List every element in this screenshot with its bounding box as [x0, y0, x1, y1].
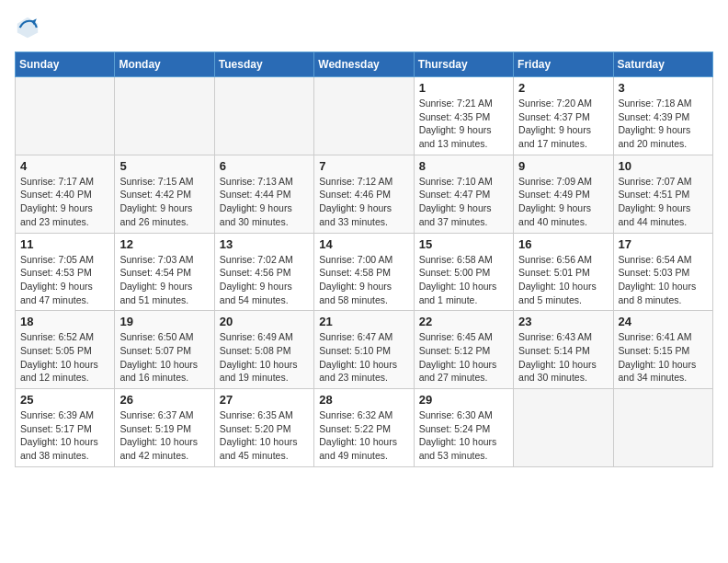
calendar-week-5: 25Sunrise: 6:39 AM Sunset: 5:17 PM Dayli…: [16, 389, 713, 467]
day-number: 25: [20, 393, 109, 407]
day-number: 29: [419, 393, 508, 407]
calendar-cell: 1Sunrise: 7:21 AM Sunset: 4:35 PM Daylig…: [414, 77, 513, 155]
calendar-cell: [314, 77, 414, 155]
calendar-week-1: 1Sunrise: 7:21 AM Sunset: 4:35 PM Daylig…: [16, 77, 713, 155]
day-number: 14: [319, 237, 408, 251]
calendar-cell: [115, 77, 214, 155]
day-number: 18: [20, 315, 109, 328]
day-number: 13: [220, 237, 309, 251]
weekday-header-thursday: Thursday: [414, 52, 513, 77]
weekday-header-tuesday: Tuesday: [214, 52, 313, 77]
day-info: Sunrise: 6:54 AM Sunset: 5:03 PM Dayligh…: [619, 253, 708, 307]
calendar-body: 1Sunrise: 7:21 AM Sunset: 4:35 PM Daylig…: [16, 77, 713, 467]
weekday-header-row: SundayMondayTuesdayWednesdayThursdayFrid…: [16, 52, 713, 77]
calendar-cell: 9Sunrise: 7:09 AM Sunset: 4:49 PM Daylig…: [514, 155, 613, 233]
weekday-header-saturday: Saturday: [613, 52, 712, 77]
day-number: 20: [220, 315, 309, 328]
day-info: Sunrise: 6:37 AM Sunset: 5:19 PM Dayligh…: [119, 408, 209, 463]
calendar-cell: 19Sunrise: 6:50 AM Sunset: 5:07 PM Dayli…: [115, 311, 214, 389]
page-header: [15, 15, 713, 40]
weekday-header-wednesday: Wednesday: [314, 52, 414, 77]
day-number: 15: [419, 237, 508, 251]
calendar-cell: 25Sunrise: 6:39 AM Sunset: 5:17 PM Dayli…: [16, 389, 115, 467]
day-number: 1: [419, 81, 508, 95]
calendar-week-2: 4Sunrise: 7:17 AM Sunset: 4:40 PM Daylig…: [16, 155, 713, 233]
day-number: 22: [419, 315, 508, 328]
calendar-cell: 18Sunrise: 6:52 AM Sunset: 5:05 PM Dayli…: [16, 311, 115, 389]
weekday-header-monday: Monday: [115, 52, 214, 77]
day-info: Sunrise: 6:39 AM Sunset: 5:17 PM Dayligh…: [20, 408, 109, 463]
day-info: Sunrise: 7:09 AM Sunset: 4:49 PM Dayligh…: [518, 175, 608, 229]
day-number: 26: [119, 393, 209, 407]
calendar-cell: 17Sunrise: 6:54 AM Sunset: 5:03 PM Dayli…: [613, 233, 712, 311]
calendar-cell: 24Sunrise: 6:41 AM Sunset: 5:15 PM Dayli…: [613, 311, 712, 389]
day-info: Sunrise: 7:15 AM Sunset: 4:42 PM Dayligh…: [119, 175, 209, 229]
calendar-cell: 13Sunrise: 7:02 AM Sunset: 4:56 PM Dayli…: [214, 233, 313, 311]
day-info: Sunrise: 6:30 AM Sunset: 5:24 PM Dayligh…: [419, 408, 508, 463]
day-number: 9: [518, 159, 608, 173]
calendar-cell: 12Sunrise: 7:03 AM Sunset: 4:54 PM Dayli…: [115, 233, 214, 311]
day-number: 12: [119, 237, 209, 251]
day-number: 4: [20, 159, 109, 173]
calendar-cell: [214, 77, 313, 155]
calendar-cell: 7Sunrise: 7:12 AM Sunset: 4:46 PM Daylig…: [314, 155, 414, 233]
day-number: 11: [20, 237, 109, 251]
day-info: Sunrise: 6:47 AM Sunset: 5:10 PM Dayligh…: [319, 330, 408, 385]
calendar-cell: 28Sunrise: 6:32 AM Sunset: 5:22 PM Dayli…: [314, 389, 414, 467]
day-info: Sunrise: 7:12 AM Sunset: 4:46 PM Dayligh…: [319, 175, 408, 229]
calendar-cell: 8Sunrise: 7:10 AM Sunset: 4:47 PM Daylig…: [414, 155, 513, 233]
calendar-header: SundayMondayTuesdayWednesdayThursdayFrid…: [16, 52, 713, 77]
day-info: Sunrise: 6:49 AM Sunset: 5:08 PM Dayligh…: [220, 330, 309, 385]
calendar-cell: [613, 389, 712, 467]
calendar-cell: 11Sunrise: 7:05 AM Sunset: 4:53 PM Dayli…: [16, 233, 115, 311]
day-info: Sunrise: 7:13 AM Sunset: 4:44 PM Dayligh…: [220, 175, 309, 229]
day-number: 24: [619, 315, 708, 328]
day-info: Sunrise: 7:07 AM Sunset: 4:51 PM Dayligh…: [619, 175, 708, 229]
calendar-cell: 22Sunrise: 6:45 AM Sunset: 5:12 PM Dayli…: [414, 311, 513, 389]
calendar-cell: 27Sunrise: 6:35 AM Sunset: 5:20 PM Dayli…: [214, 389, 313, 467]
day-info: Sunrise: 6:52 AM Sunset: 5:05 PM Dayligh…: [20, 330, 109, 385]
day-info: Sunrise: 7:21 AM Sunset: 4:35 PM Dayligh…: [419, 97, 508, 151]
calendar-cell: 3Sunrise: 7:18 AM Sunset: 4:39 PM Daylig…: [613, 77, 712, 155]
day-number: 3: [619, 81, 708, 95]
calendar-table: SundayMondayTuesdayWednesdayThursdayFrid…: [15, 52, 713, 467]
day-info: Sunrise: 7:17 AM Sunset: 4:40 PM Dayligh…: [20, 175, 109, 229]
calendar-cell: [16, 77, 115, 155]
calendar-cell: 16Sunrise: 6:56 AM Sunset: 5:01 PM Dayli…: [514, 233, 613, 311]
calendar-cell: 21Sunrise: 6:47 AM Sunset: 5:10 PM Dayli…: [314, 311, 414, 389]
day-number: 8: [419, 159, 508, 173]
day-number: 16: [518, 237, 608, 251]
day-number: 5: [119, 159, 209, 173]
day-number: 6: [220, 159, 309, 173]
day-info: Sunrise: 6:43 AM Sunset: 5:14 PM Dayligh…: [518, 330, 608, 385]
calendar-cell: [514, 389, 613, 467]
day-info: Sunrise: 6:50 AM Sunset: 5:07 PM Dayligh…: [119, 330, 209, 385]
day-info: Sunrise: 6:41 AM Sunset: 5:15 PM Dayligh…: [619, 330, 708, 385]
calendar-cell: 20Sunrise: 6:49 AM Sunset: 5:08 PM Dayli…: [214, 311, 313, 389]
day-info: Sunrise: 7:02 AM Sunset: 4:56 PM Dayligh…: [220, 253, 309, 307]
day-info: Sunrise: 7:18 AM Sunset: 4:39 PM Dayligh…: [619, 97, 708, 151]
calendar-cell: 6Sunrise: 7:13 AM Sunset: 4:44 PM Daylig…: [214, 155, 313, 233]
calendar-cell: 4Sunrise: 7:17 AM Sunset: 4:40 PM Daylig…: [16, 155, 115, 233]
day-number: 10: [619, 159, 708, 173]
calendar-cell: 23Sunrise: 6:43 AM Sunset: 5:14 PM Dayli…: [514, 311, 613, 389]
calendar-cell: 29Sunrise: 6:30 AM Sunset: 5:24 PM Dayli…: [414, 389, 513, 467]
day-info: Sunrise: 6:58 AM Sunset: 5:00 PM Dayligh…: [419, 253, 508, 307]
calendar-cell: 26Sunrise: 6:37 AM Sunset: 5:19 PM Dayli…: [115, 389, 214, 467]
day-info: Sunrise: 6:35 AM Sunset: 5:20 PM Dayligh…: [220, 408, 309, 463]
day-number: 2: [518, 81, 608, 95]
calendar-cell: 10Sunrise: 7:07 AM Sunset: 4:51 PM Dayli…: [613, 155, 712, 233]
logo: [15, 15, 44, 40]
day-info: Sunrise: 6:56 AM Sunset: 5:01 PM Dayligh…: [518, 253, 608, 307]
day-info: Sunrise: 7:10 AM Sunset: 4:47 PM Dayligh…: [419, 175, 508, 229]
logo-icon: [15, 15, 40, 40]
calendar-week-4: 18Sunrise: 6:52 AM Sunset: 5:05 PM Dayli…: [16, 311, 713, 389]
day-info: Sunrise: 6:45 AM Sunset: 5:12 PM Dayligh…: [419, 330, 508, 385]
day-number: 27: [220, 393, 309, 407]
day-number: 28: [319, 393, 408, 407]
day-number: 23: [518, 315, 608, 328]
day-number: 17: [619, 237, 708, 251]
day-info: Sunrise: 7:20 AM Sunset: 4:37 PM Dayligh…: [518, 97, 608, 151]
day-info: Sunrise: 6:32 AM Sunset: 5:22 PM Dayligh…: [319, 408, 408, 463]
day-number: 21: [319, 315, 408, 328]
